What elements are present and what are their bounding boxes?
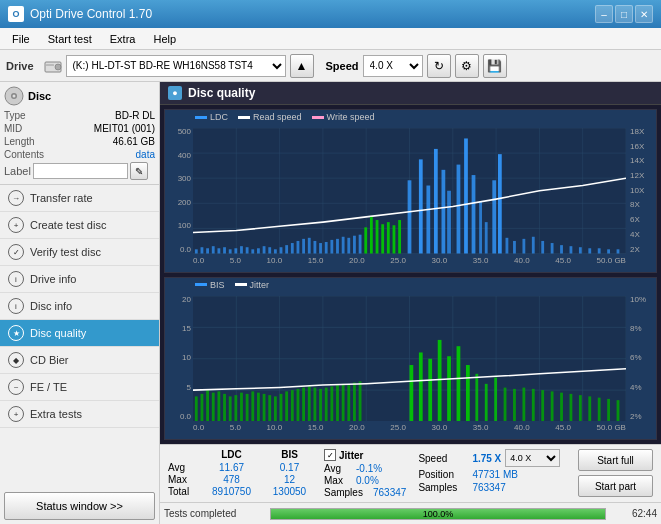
speed-select[interactable]: 4.0 X (363, 55, 423, 77)
legend-bis-color (195, 283, 207, 286)
svg-rect-136 (466, 365, 470, 421)
drive-select-wrapper: (K:) HL-DT-ST BD-RE WH16NS58 TST4 (42, 55, 286, 77)
svg-rect-137 (475, 373, 478, 421)
legend-bis: BIS (195, 280, 225, 290)
nav-icon-create: + (8, 217, 24, 233)
disc-type-val: BD-R DL (115, 110, 155, 121)
svg-rect-43 (313, 241, 316, 254)
svg-rect-143 (532, 388, 535, 421)
nav-create-test-disc[interactable]: + Create test disc (0, 212, 159, 239)
svg-rect-71 (560, 245, 563, 253)
disc-type-key: Type (4, 110, 26, 121)
svg-rect-48 (342, 237, 345, 254)
svg-rect-124 (330, 386, 333, 421)
svg-rect-81 (381, 224, 384, 253)
svg-rect-101 (201, 393, 204, 421)
stats-total-row: Total 8910750 130050 (168, 486, 312, 497)
stats-max-ldc: 478 (204, 474, 259, 485)
svg-rect-145 (551, 391, 554, 421)
disc-quality-header: ● Disc quality (160, 82, 661, 105)
nav-fe-te[interactable]: ~ FE / TE (0, 374, 159, 401)
svg-rect-111 (257, 392, 260, 421)
svg-rect-46 (330, 240, 333, 254)
main-content: Disc Type BD-R DL MID MEIT01 (001) Lengt… (0, 82, 661, 524)
menu-bar: File Start test Extra Help (0, 28, 661, 50)
label-input[interactable] (33, 163, 128, 179)
eject-button[interactable]: ▲ (290, 54, 314, 78)
title-bar: O Opti Drive Control 1.70 – □ ✕ (0, 0, 661, 28)
svg-rect-116 (285, 391, 288, 421)
time-display: 62:44 (612, 508, 657, 519)
settings-button[interactable]: ⚙ (455, 54, 479, 78)
jitter-max-row: Max 0.0% (324, 475, 406, 486)
status-text: Tests completed (164, 508, 264, 519)
disc-mid-row: MID MEIT01 (001) (4, 123, 155, 134)
nav-disc-info[interactable]: i Disc info (0, 293, 159, 320)
svg-rect-139 (494, 377, 497, 421)
start-part-button[interactable]: Start part (578, 475, 653, 497)
svg-point-1 (55, 64, 61, 70)
speed-type-select[interactable]: 4.0 X (505, 449, 560, 467)
progress-area: Tests completed 100.0% 62:44 (160, 502, 661, 524)
svg-rect-63 (492, 180, 496, 253)
drive-select[interactable]: (K:) HL-DT-ST BD-RE WH16NS58 TST4 (66, 55, 286, 77)
nav-drive-info[interactable]: i Drive info (0, 266, 159, 293)
svg-rect-26 (217, 248, 220, 253)
svg-rect-67 (522, 239, 525, 254)
disc-contents-val: data (136, 149, 155, 160)
svg-rect-68 (532, 237, 535, 254)
svg-point-5 (13, 95, 16, 98)
chart-bis-legend: BIS Jitter (195, 280, 269, 290)
svg-rect-62 (485, 222, 488, 253)
close-button[interactable]: ✕ (635, 5, 653, 23)
menu-extra[interactable]: Extra (102, 30, 144, 48)
nav-verify-test-disc[interactable]: ✓ Verify test disc (0, 239, 159, 266)
nav-cd-bier[interactable]: ◆ CD Bier (0, 347, 159, 374)
menu-help[interactable]: Help (145, 30, 184, 48)
start-full-button[interactable]: Start full (578, 449, 653, 471)
status-window-button[interactable]: Status window >> (4, 492, 155, 520)
jitter-checkbox[interactable]: ✓ (324, 449, 336, 461)
chart1-y-axis-right: 18X 16X 14X 12X 10X 8X 6X 4X 2X (628, 128, 656, 254)
maximize-button[interactable]: □ (615, 5, 633, 23)
stats-jitter-section: ✓ Jitter Avg -0.1% Max 0.0% Samples 7633… (324, 449, 406, 498)
svg-rect-150 (598, 397, 601, 421)
minimize-button[interactable]: – (595, 5, 613, 23)
svg-rect-140 (504, 387, 507, 421)
nav-extra-tests[interactable]: + Extra tests (0, 401, 159, 428)
svg-rect-79 (370, 217, 373, 254)
svg-rect-134 (447, 356, 451, 421)
svg-rect-74 (588, 248, 591, 253)
nav-disc-quality[interactable]: ★ Disc quality (0, 320, 159, 347)
refresh-button[interactable]: ↻ (427, 54, 451, 78)
samples-row: Samples 763347 (418, 482, 560, 493)
stats-area: LDC BIS Avg 11.67 0.17 Max 478 12 Total … (160, 444, 661, 502)
chart-ldc: LDC Read speed Write speed 500 400 30 (164, 109, 657, 273)
svg-rect-44 (319, 243, 322, 253)
app-title: Opti Drive Control 1.70 (30, 7, 152, 21)
disc-contents-row: Contents data (4, 149, 155, 160)
svg-rect-77 (617, 249, 620, 253)
svg-rect-2 (46, 64, 54, 66)
drive-label: Drive (6, 60, 34, 72)
sidebar-nav: → Transfer rate + Create test disc ✓ Ver… (0, 185, 159, 488)
samples-val: 763347 (472, 482, 505, 493)
nav-transfer-rate[interactable]: → Transfer rate (0, 185, 159, 212)
disc-svg-icon (4, 86, 24, 106)
chart1-x-axis: 0.0 5.0 10.0 15.0 20.0 25.0 30.0 35.0 40… (193, 254, 626, 272)
svg-rect-120 (308, 386, 311, 421)
chart1-svg (193, 128, 626, 254)
menu-start-test[interactable]: Start test (40, 30, 100, 48)
legend-write-label: Write speed (327, 112, 375, 122)
svg-rect-57 (447, 191, 451, 254)
menu-file[interactable]: File (4, 30, 38, 48)
nav-icon-fe-te: ~ (8, 379, 24, 395)
svg-rect-148 (579, 395, 582, 421)
title-controls: – □ ✕ (595, 5, 653, 23)
svg-rect-42 (308, 238, 311, 254)
disc-type-row: Type BD-R DL (4, 110, 155, 121)
svg-rect-52 (408, 180, 412, 253)
save-button[interactable]: 💾 (483, 54, 507, 78)
label-edit-button[interactable]: ✎ (130, 162, 148, 180)
svg-rect-127 (347, 385, 350, 421)
